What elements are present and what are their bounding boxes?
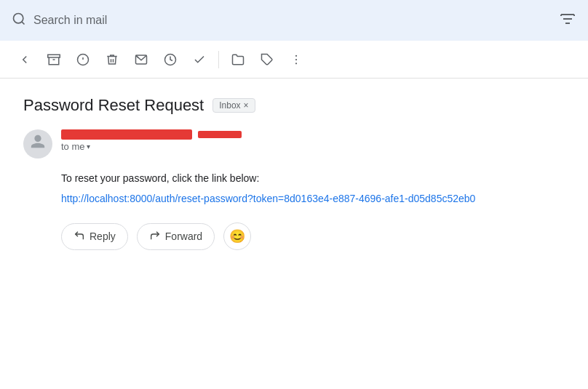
to-me-text: to me: [61, 141, 85, 152]
person-icon: [30, 134, 46, 154]
snooze-button[interactable]: [157, 47, 183, 73]
delete-button[interactable]: [99, 47, 125, 73]
action-buttons: Reply Forward 😊: [61, 222, 565, 250]
chevron-down-icon[interactable]: ▾: [87, 143, 90, 151]
forward-label: Forward: [165, 230, 202, 242]
reply-label: Reply: [90, 230, 116, 242]
filter-icon[interactable]: [559, 10, 576, 31]
to-me-label: to me ▾: [61, 141, 242, 152]
sender-email-redacted: [198, 131, 242, 138]
sender-info: to me ▾: [61, 129, 242, 152]
search-bar: Search in mail: [0, 0, 588, 41]
reset-password-link[interactable]: http://localhost:8000/auth/reset-passwor…: [61, 193, 475, 204]
reply-arrow-icon: [74, 230, 85, 244]
move-to-button[interactable]: [225, 47, 251, 73]
mark-done-button[interactable]: [186, 47, 212, 73]
inbox-badge-close[interactable]: ×: [244, 100, 249, 111]
search-left: Search in mail: [12, 12, 107, 29]
email-body: To reset your password, click the link b…: [61, 170, 565, 205]
toolbar-divider: [218, 51, 219, 68]
search-icon: [12, 12, 26, 29]
svg-point-16: [295, 55, 297, 56]
email-body-text: To reset your password, click the link b…: [61, 170, 565, 186]
archive-button[interactable]: [41, 47, 67, 73]
inbox-badge-label: Inbox: [219, 100, 240, 111]
forward-button[interactable]: Forward: [137, 223, 215, 250]
svg-rect-7: [48, 55, 60, 57]
mark-unread-button[interactable]: [128, 47, 154, 73]
svg-point-18: [295, 63, 297, 64]
svg-point-17: [295, 58, 297, 60]
avatar: [23, 129, 52, 159]
email-subject: Password Reset Request: [23, 96, 204, 115]
search-input-label[interactable]: Search in mail: [33, 14, 107, 27]
sender-name-row: [61, 129, 242, 140]
back-button[interactable]: [12, 47, 38, 73]
forward-arrow-icon: [149, 230, 161, 244]
svg-line-1: [22, 22, 25, 25]
label-button[interactable]: [254, 47, 280, 73]
report-spam-button[interactable]: [70, 47, 96, 73]
sender-name-redacted: [61, 129, 192, 140]
inbox-badge: Inbox ×: [212, 98, 255, 113]
email-subject-row: Password Reset Request Inbox ×: [23, 96, 565, 115]
svg-point-0: [14, 14, 23, 23]
reply-button[interactable]: Reply: [61, 223, 128, 250]
emoji-reaction-button[interactable]: 😊: [223, 222, 251, 250]
email-content: Password Reset Request Inbox × to me ▾: [0, 79, 588, 389]
more-options-button[interactable]: [283, 47, 309, 73]
email-toolbar: [0, 41, 588, 79]
sender-row: to me ▾: [23, 129, 565, 159]
emoji-icon: 😊: [229, 228, 245, 244]
